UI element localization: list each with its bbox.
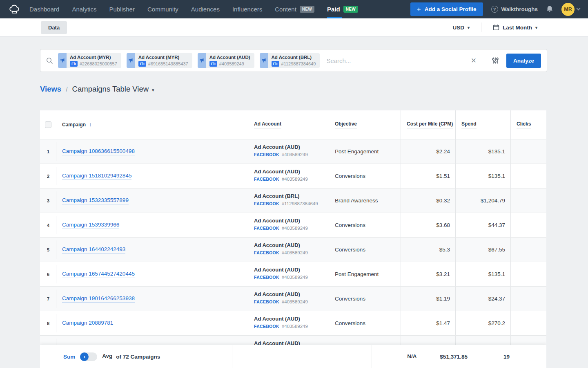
- cpm-cell: $2.24: [401, 139, 455, 164]
- network-label[interactable]: FACEBOOK: [254, 299, 279, 304]
- filter-chip-ad-account[interactable]: Ad Account (MYR) Fb #22688025000557: [58, 53, 121, 68]
- table-row: 1 Campaign 108636615500498 Ad Account (A…: [40, 139, 546, 164]
- campaign-cell: Campaign 165744527420445: [56, 262, 248, 286]
- column-label: Objective: [335, 121, 357, 128]
- filter-chip-ad-account[interactable]: Ad Account (AUD) Fb #403589249: [198, 53, 254, 68]
- cpm-cell: $1.19: [401, 287, 455, 311]
- walkthroughs-button[interactable]: ? Walkthroughs: [491, 6, 538, 13]
- column-label: Campaign: [62, 122, 86, 128]
- sum-avg-toggle[interactable]: ‹: [80, 352, 97, 361]
- select-all-checkbox[interactable]: [45, 121, 51, 128]
- nav-item-label: Influencers: [232, 6, 262, 13]
- user-menu[interactable]: MR: [561, 3, 581, 16]
- current-view-dropdown[interactable]: Campaigns Table View▾: [72, 85, 154, 94]
- table-body: 1 Campaign 108636615500498 Ad Account (A…: [40, 139, 546, 360]
- column-header-objective[interactable]: Objective: [329, 110, 401, 139]
- campaign-link[interactable]: Campaign 15181029492845: [62, 173, 131, 180]
- search-icon: [46, 57, 53, 64]
- ad-account-cell: Ad Account (AUD) FACEBOOK#403589249: [248, 262, 329, 286]
- nav-item-content[interactable]: Content NEW: [275, 0, 314, 18]
- date-range-value: Last Month: [503, 25, 532, 31]
- avatar[interactable]: MR: [561, 3, 575, 16]
- table-row: 7 Campaign 190164266253938 Ad Account (A…: [40, 286, 546, 311]
- nav-right-cluster: + Add a Social Profile ? Walkthroughs MR: [410, 2, 581, 16]
- chip-body: Ad Account (MYR) Fb #22688025000557: [67, 53, 121, 68]
- network-label[interactable]: FACEBOOK: [254, 201, 279, 206]
- megaphone-icon: [58, 53, 67, 68]
- column-header-campaign[interactable]: Campaign ↑: [56, 110, 248, 139]
- summary-account-cell: [232, 345, 306, 368]
- row-number: 3: [47, 198, 49, 203]
- clicks-cell: [510, 262, 546, 286]
- nav-item-community[interactable]: Community: [147, 0, 178, 18]
- views-link[interactable]: Views: [40, 85, 61, 95]
- column-header-ad-account[interactable]: Ad Account: [248, 110, 329, 139]
- summary-objective-cell: [306, 345, 372, 368]
- campaign-link[interactable]: Campaign 20889781: [62, 320, 113, 327]
- app-logo-chef-hat-icon[interactable]: [8, 3, 20, 16]
- cpm-cell: $1.51: [401, 164, 455, 188]
- chevron-left-icon: ‹: [84, 354, 85, 359]
- table-summary-bar: Sum ‹ Avg of 72 Campaigns N/A $51,371.85…: [40, 345, 546, 368]
- tab-data[interactable]: Data: [41, 21, 67, 34]
- filter-sliders-icon[interactable]: [492, 57, 499, 64]
- row-number-cell: 7: [40, 287, 56, 311]
- avg-label[interactable]: Avg: [102, 353, 112, 360]
- campaign-link[interactable]: Campaign 190164266253938: [62, 295, 135, 303]
- campaign-link[interactable]: Campaign 1539339966: [62, 222, 119, 229]
- column-header-cpm[interactable]: Cost per Mile (CPM): [401, 110, 455, 139]
- row-number: 4: [47, 223, 49, 228]
- nav-item-publisher[interactable]: Publisher: [109, 0, 135, 18]
- nav-item-analytics[interactable]: Analytics: [72, 0, 96, 18]
- ad-account-name: Ad Account (AUD): [254, 267, 329, 273]
- ad-account-name: Ad Account (AUD): [254, 218, 329, 224]
- analyze-button[interactable]: Analyze: [506, 54, 541, 68]
- chip-body: Ad Account (BRL) Fb #1129887384649: [268, 53, 320, 68]
- row-number-cell: 5: [40, 238, 56, 262]
- row-number: 7: [47, 296, 49, 301]
- campaign-link[interactable]: Campaign 1532335557899: [62, 197, 129, 204]
- new-badge: NEW: [343, 6, 358, 13]
- row-number: 8: [47, 321, 49, 326]
- network-label[interactable]: FACEBOOK: [254, 152, 279, 157]
- clicks-cell: [510, 188, 546, 213]
- network-label[interactable]: FACEBOOK: [254, 250, 279, 255]
- filter-chip-ad-account[interactable]: Ad Account (BRL) Fb #1129887384649: [260, 53, 320, 68]
- plus-icon: +: [417, 7, 421, 12]
- nav-item-label: Analytics: [72, 6, 96, 13]
- network-label[interactable]: FACEBOOK: [254, 324, 279, 329]
- network-label[interactable]: FACEBOOK: [254, 177, 279, 182]
- campaign-link[interactable]: Campaign 164402242493: [62, 246, 125, 254]
- network-label[interactable]: FACEBOOK: [254, 226, 279, 231]
- add-social-profile-button[interactable]: + Add a Social Profile: [410, 2, 483, 16]
- currency-dropdown[interactable]: USD ▾: [452, 25, 470, 31]
- column-header-spend[interactable]: Spend: [455, 110, 510, 139]
- notifications-bell-icon[interactable]: [546, 5, 553, 13]
- chip-title: Ad Account (AUD): [209, 55, 250, 60]
- nav-item-audiences[interactable]: Audiences: [191, 0, 220, 18]
- filter-chip-ad-account[interactable]: Ad Account (MYR) Fb #691655143885437: [127, 53, 192, 68]
- select-all-cell: [40, 110, 56, 139]
- nav-item-label: Paid: [327, 6, 340, 13]
- sum-label[interactable]: Sum: [63, 354, 75, 360]
- close-icon[interactable]: ✕: [471, 56, 477, 65]
- search-input[interactable]: [320, 57, 468, 65]
- campaign-link[interactable]: Campaign 108636615500498: [62, 148, 135, 155]
- date-range-dropdown[interactable]: Last Month ▾: [493, 24, 537, 31]
- nav-item-paid[interactable]: Paid NEW: [327, 0, 358, 18]
- table-row: 2 Campaign 15181029492845 Ad Account (AU…: [40, 164, 546, 188]
- network-label[interactable]: FACEBOOK: [254, 275, 279, 280]
- chip-body: Ad Account (AUD) Fb #403589249: [206, 53, 254, 68]
- nav-item-dashboard[interactable]: Dashboard: [29, 0, 59, 18]
- campaign-cell: Campaign 20889781: [56, 311, 248, 335]
- table-row: 4 Campaign 1539339966 Ad Account (AUD) F…: [40, 213, 546, 237]
- column-header-clicks[interactable]: Clicks: [510, 110, 546, 139]
- toggle-knob[interactable]: ‹: [80, 352, 89, 361]
- row-number-cell: 4: [40, 213, 56, 237]
- nav-item-influencers[interactable]: Influencers: [232, 0, 262, 18]
- campaign-link[interactable]: Campaign 165744527420445: [62, 271, 135, 278]
- table-row: 3 Campaign 1532335557899 Ad Account (BRL…: [40, 188, 546, 213]
- filter-search-bar: Ad Account (MYR) Fb #22688025000557 Ad A…: [40, 49, 547, 72]
- spend-total: $51,371.85: [440, 354, 468, 360]
- row-number: 6: [47, 272, 49, 277]
